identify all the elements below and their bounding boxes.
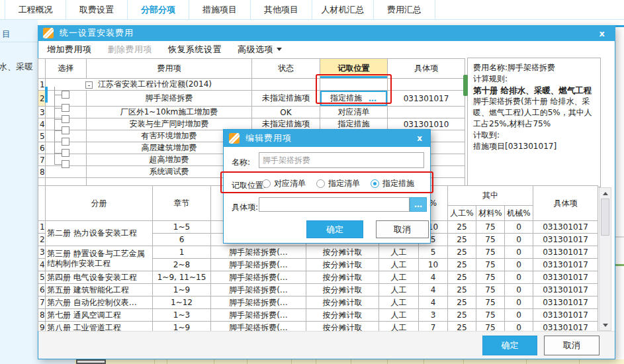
- toolbar-restore[interactable]: 恢复系统设置: [168, 44, 222, 56]
- gridline: [154, 359, 155, 364]
- detail-row-6[interactable]: 6第五册 建筑智能化工程1~9脚手架搭拆费(…按分摊计取人工4257500313…: [38, 284, 598, 296]
- toolbar-delete[interactable]: 删除费用项: [108, 44, 153, 56]
- checkbox[interactable]: [62, 149, 69, 157]
- detail-material-pct: 75: [476, 322, 505, 332]
- detail-method: 按分摊计取: [306, 284, 379, 296]
- detail-material-pct: 75: [476, 284, 505, 296]
- tab-cost-summary[interactable]: 费用汇总: [374, 0, 435, 19]
- tab-measures[interactable]: 措施项目: [189, 0, 251, 19]
- radio-assign-measure[interactable]: 指定措施: [371, 178, 414, 189]
- row-number: 6: [38, 284, 46, 296]
- gridline: [579, 359, 580, 364]
- dialog-title: 统一设置安装费用: [60, 27, 134, 39]
- collapse-icon[interactable]: -: [85, 81, 93, 89]
- toolbar-add[interactable]: 增加费用项: [47, 44, 92, 56]
- fee-row-3[interactable]: 3厂区外1~10km施工增加费OK对应清单: [38, 107, 465, 118]
- gridline: [316, 359, 316, 364]
- detail-item-code: 031301017: [533, 221, 598, 234]
- info-fee-name: 费用名称:脚手架搭拆费: [473, 62, 595, 73]
- fee-row-1[interactable]: 1-江苏省安装工程计价定额(2014): [38, 79, 465, 91]
- ok-button[interactable]: 确定: [482, 336, 537, 355]
- detail-row-8[interactable]: 8第七册 通风空调工程1~3脚手架搭拆费(…按分摊计取人工32575003130…: [38, 309, 598, 322]
- row-number: 7: [38, 154, 46, 166]
- scrollbar-thumb[interactable]: [601, 199, 609, 236]
- edit-cancel-button[interactable]: 取消: [376, 220, 429, 238]
- detail-book: 第三册 静置设备与工艺金属结构制作安装工程: [46, 246, 153, 271]
- panel-handle[interactable]: [463, 75, 468, 96]
- detail-row-3[interactable]: 3第三册 静置设备与工艺金属结构制作安装工程1脚手架搭拆费(…按分摊计取人工52…: [38, 246, 598, 259]
- detail-material-pct: 75: [476, 296, 505, 309]
- checkbox[interactable]: [62, 115, 69, 123]
- fee-row-2[interactable]: 2脚手架搭拆费未指定措施项指定措施…031301017: [38, 91, 465, 107]
- tab-subsection[interactable]: 分部分项: [128, 0, 189, 19]
- fee-row-4[interactable]: 4安装与生产同时增加费未指定措施项指定措施031301010: [38, 118, 465, 130]
- scroll-down-button[interactable]: [600, 320, 610, 330]
- detail-item-code: 031301017: [533, 271, 598, 284]
- detail-base: 人工: [379, 271, 419, 284]
- toolbar-advanced[interactable]: 高级选项: [238, 44, 282, 56]
- detail-row-5[interactable]: 5第四册 电气设备安装工程1~9, 11~15脚手架搭拆费(…按分摊计取人工42…: [38, 271, 598, 284]
- detail-item-code: 031301017: [533, 309, 598, 322]
- vertical-scrollbar[interactable]: [599, 187, 611, 331]
- tab-bar: 工程概况取费设置分部分项措施项目其他项目人材机汇总费用汇总: [0, 0, 624, 20]
- detail-item-code: 031301017: [533, 234, 598, 246]
- detail-base: 人工: [379, 246, 419, 259]
- fee-status: [252, 79, 320, 91]
- browse-button[interactable]: …: [410, 197, 427, 212]
- tab-labor-summary[interactable]: 人材机汇总: [312, 0, 374, 19]
- row-number: 8: [38, 166, 46, 178]
- gridline: [214, 359, 214, 364]
- radio-label: 指定清单: [328, 178, 360, 189]
- detail-row-7[interactable]: 7第六册 自动化控制仪表…1~12脚手架搭拆费(…按分摊计取人工42575003…: [38, 296, 598, 309]
- gridline: [167, 359, 167, 364]
- row-number: 1: [38, 79, 46, 91]
- name-input[interactable]: [259, 152, 424, 168]
- tree-line: [54, 119, 62, 120]
- detail-fee-name: 脚手架搭拆费(…: [211, 296, 306, 309]
- ellipsis-button[interactable]: …: [369, 94, 377, 103]
- close-icon[interactable]: x: [417, 134, 422, 143]
- detail-row-9[interactable]: 9第八册 工业管道工程1~9脚手架搭拆费(…按分摊计取人工72575003130…: [38, 322, 598, 332]
- checkbox[interactable]: [62, 126, 69, 134]
- scroll-up-button[interactable]: [600, 189, 610, 198]
- tree-line: [54, 130, 62, 131]
- application-window: 工程概况取费设置分部分项措施项目其他项目人材机汇总费用汇总 目 水、采暖 统一设…: [0, 0, 624, 364]
- fee-item-code: 031301010: [388, 118, 465, 130]
- checkbox[interactable]: [62, 104, 69, 112]
- item-input[interactable]: [259, 197, 410, 212]
- radio-icon: [316, 179, 325, 188]
- tab-overview[interactable]: 工程概况: [5, 0, 66, 19]
- fee-name: 安装与生产同时增加费: [87, 118, 252, 130]
- gridline: [463, 359, 464, 364]
- detail-machine-pct: 0: [505, 284, 533, 296]
- tree-line: [54, 142, 62, 142]
- radio-match-list[interactable]: 对应清单: [262, 178, 306, 189]
- tab-other[interactable]: 其他项目: [251, 0, 312, 19]
- detail-machine-pct: 0: [505, 309, 533, 322]
- detail-fee-name: 脚手架搭拆费(…: [211, 322, 306, 332]
- gridline: [291, 359, 292, 364]
- background-text-fragment: 水、采暖: [0, 61, 33, 73]
- detail-material-pct: 75: [476, 271, 505, 284]
- detail-book: 第八册 工业管道工程: [46, 322, 153, 332]
- row-number: 3: [38, 107, 46, 118]
- fee-position[interactable]: 对应清单: [320, 107, 388, 118]
- cancel-button[interactable]: 取消: [544, 336, 600, 355]
- dialog-edit-fee-item: 编辑费用项 x 名称: 记取位置: 对应清单指定清单指定措施 具体项: … 确定…: [223, 129, 431, 244]
- fee-position[interactable]: 指定措施: [320, 118, 388, 130]
- background-selected-cell: [76, 359, 106, 364]
- info-rule-book: 第十册 给排水、采暖、燃气工程: [473, 85, 595, 96]
- checkbox[interactable]: [62, 138, 69, 146]
- detail-item-code: 031301017: [533, 322, 598, 332]
- detail-material-pct: 75: [476, 234, 505, 246]
- checkbox[interactable]: [62, 91, 69, 99]
- tab-fee-setup[interactable]: 取费设置: [66, 0, 128, 19]
- close-icon[interactable]: x: [600, 28, 605, 38]
- dialog-title-bar: 统一设置安装费用 x: [38, 25, 615, 41]
- detail-chapter: 1~9: [153, 322, 211, 332]
- detail-method: 按分摊计取: [306, 271, 379, 284]
- edit-ok-button[interactable]: 确定: [306, 220, 363, 238]
- checkbox[interactable]: [62, 160, 69, 168]
- radio-assign-list[interactable]: 指定清单: [316, 178, 360, 189]
- fee-position[interactable]: 指定措施…: [320, 91, 388, 107]
